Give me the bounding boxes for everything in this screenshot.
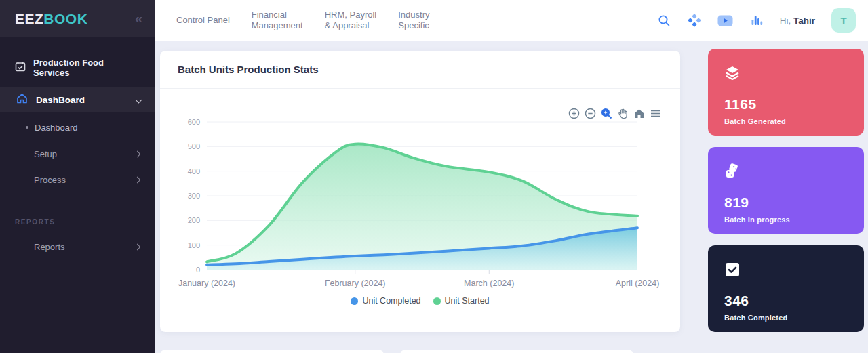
nav-item-hrm-payroll-appraisal[interactable]: HRM, Payroll & Appraisal <box>325 9 377 31</box>
user-greeting: Hi, Tahir <box>780 16 815 26</box>
dashboard-sub-label: Dashboard <box>35 123 140 133</box>
stat-label: Batch In progress <box>724 215 848 224</box>
nav-label: HRM, Payroll <box>325 9 377 20</box>
logo-part2: BOOK <box>43 11 87 26</box>
top-header: Control Panel Financial Management HRM, … <box>155 0 868 41</box>
stat-card-batch-generated[interactable]: 1165 Batch Generated <box>708 49 864 136</box>
logo-strip: EEZBOOK « <box>0 0 155 37</box>
greeting-prefix: Hi, <box>780 16 791 26</box>
chart-legend: Unit CompletedUnit Started <box>160 296 680 306</box>
dice-icon <box>724 170 741 182</box>
service-label: Production Food Services <box>33 58 140 78</box>
legend-item[interactable]: Unit Completed <box>351 296 420 306</box>
nav-label: Control Panel <box>176 15 230 26</box>
app-logo[interactable]: EEZBOOK <box>15 11 87 27</box>
bullet-icon <box>26 126 28 129</box>
sidebar-item-setup[interactable]: Setup <box>0 145 155 163</box>
sidebar-item-process[interactable]: Process <box>0 171 155 188</box>
chevron-right-icon <box>134 243 141 250</box>
avatar[interactable]: T <box>831 8 856 33</box>
chevron-down-icon <box>136 96 142 103</box>
pan-icon[interactable] <box>617 108 629 119</box>
legend-label: Unit Completed <box>362 296 420 306</box>
stat-card-batch-completed[interactable]: 346 Batch Completed <box>708 245 864 332</box>
legend-dot-icon <box>351 297 358 305</box>
logo-part1: EEZ <box>15 11 43 26</box>
partial-card <box>160 350 384 353</box>
svg-text:500: 500 <box>188 142 200 150</box>
sidebar-item-dashboard[interactable]: Dashboard <box>0 119 155 136</box>
production-stats-chart: 0100200300400500600January (2024)Februar… <box>160 89 680 332</box>
svg-text:400: 400 <box>188 167 200 175</box>
nav-label: Management <box>252 20 303 31</box>
nav-item-financial-management[interactable]: Financial Management <box>252 9 303 31</box>
chart-card-title: Batch Units Production Stats <box>160 51 680 89</box>
header-nav: Control Panel Financial Management HRM, … <box>155 0 430 41</box>
svg-text:0: 0 <box>196 266 200 274</box>
page: EEZBOOK « Production Food Services DashB… <box>0 0 868 353</box>
dashboard-parent-label: DashBoard <box>36 95 136 105</box>
sidebar-item-dashboard-parent[interactable]: DashBoard <box>0 87 155 112</box>
stat-card-column: 1165 Batch Generated 819 Batch In progre… <box>708 49 864 344</box>
svg-text:200: 200 <box>188 216 200 224</box>
svg-text:February (2024): February (2024) <box>325 278 386 288</box>
setup-label: Setup <box>34 149 135 159</box>
layers-icon <box>724 72 741 83</box>
stat-card-batch-in-progress[interactable]: 819 Batch In progress <box>708 147 864 234</box>
svg-text:100: 100 <box>188 241 200 249</box>
zoom-out-icon[interactable] <box>585 108 596 119</box>
nav-label: Specific <box>398 20 429 31</box>
stat-label: Batch Generated <box>724 117 848 125</box>
legend-item[interactable]: Unit Started <box>433 296 490 306</box>
nav-label: Industry <box>398 9 429 20</box>
nav-item-control-panel[interactable]: Control Panel <box>176 15 230 26</box>
sidebar-collapse-icon[interactable]: « <box>135 11 142 26</box>
svg-text:300: 300 <box>188 192 200 200</box>
svg-text:600: 600 <box>188 118 200 126</box>
sidebar: EEZBOOK « Production Food Services DashB… <box>0 0 155 353</box>
menu-icon[interactable] <box>650 108 661 119</box>
reset-home-icon[interactable] <box>633 108 645 119</box>
nav-label: Financial <box>252 9 303 20</box>
home-icon <box>16 93 28 107</box>
legend-label: Unit Started <box>445 296 490 306</box>
search-icon[interactable] <box>658 14 671 27</box>
chevron-right-icon <box>134 150 141 157</box>
reports-label: Reports <box>34 242 135 252</box>
legend-dot-icon <box>433 297 441 305</box>
video-play-icon[interactable] <box>717 14 734 27</box>
chevron-right-icon <box>134 176 141 183</box>
selection-zoom-icon[interactable] <box>601 108 612 119</box>
header-actions: Hi, Tahir T <box>658 8 868 33</box>
sidebar-item-production-food-services[interactable]: Production Food Services <box>0 58 155 78</box>
stat-label: Batch Completed <box>724 314 848 322</box>
sidebar-item-reports[interactable]: Reports <box>0 238 155 255</box>
nav-item-industry-specific[interactable]: Industry Specific <box>398 9 429 31</box>
bar-chart-icon[interactable] <box>750 14 764 27</box>
calendar-check-icon <box>15 61 26 75</box>
svg-text:April (2024): April (2024) <box>616 278 660 288</box>
svg-text:January (2024): January (2024) <box>178 278 235 288</box>
partial-card <box>400 350 633 353</box>
process-label: Process <box>34 175 135 185</box>
chart-toolbar <box>568 108 661 119</box>
batch-units-production-stats-card: Batch Units Production Stats 01002003004… <box>160 51 680 332</box>
stat-value: 346 <box>724 293 848 309</box>
stat-value: 819 <box>724 194 848 211</box>
stat-value: 1165 <box>724 96 848 112</box>
diamond-grid-icon[interactable] <box>688 14 701 27</box>
svg-text:March (2024): March (2024) <box>464 278 514 288</box>
user-name: Tahir <box>793 16 815 26</box>
nav-label: & Appraisal <box>325 20 377 31</box>
zoom-in-icon[interactable] <box>568 108 580 119</box>
reports-section-label: REPORTS <box>0 218 155 226</box>
check-square-icon <box>724 268 741 280</box>
